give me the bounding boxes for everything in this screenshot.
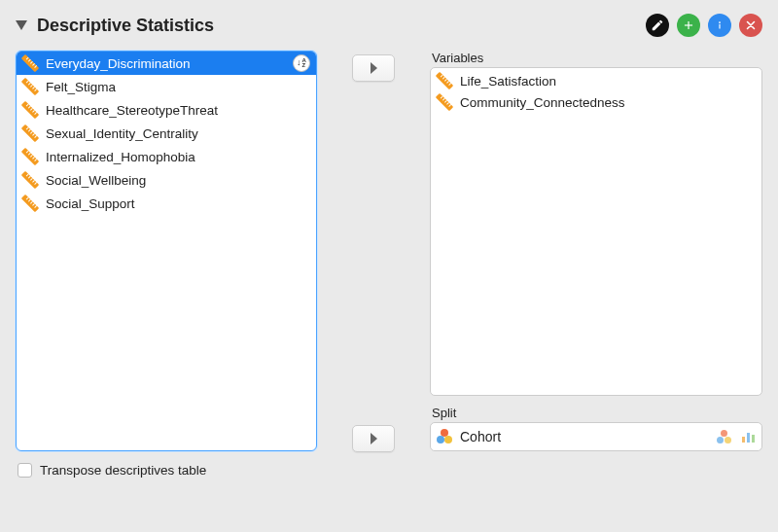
- plus-icon: [682, 18, 695, 32]
- variable-name: Healthcare_StereotypeThreat: [46, 103, 218, 118]
- move-to-variables-button[interactable]: [352, 54, 395, 82]
- split-section-label: Split: [432, 406, 762, 420]
- move-to-split-button[interactable]: [352, 425, 395, 452]
- source-variable-item[interactable]: Everyday_Discrimination↓AZ: [17, 52, 316, 75]
- scale-icon: [434, 91, 456, 114]
- source-variable-item[interactable]: Sexual_Identity_Centrality: [17, 122, 316, 145]
- add-button[interactable]: [677, 14, 700, 37]
- transpose-checkbox-label: Transpose descriptives table: [40, 463, 206, 478]
- source-variable-item[interactable]: Social_Wellbeing: [17, 168, 316, 192]
- source-variable-item[interactable]: Healthcare_StereotypeThreat: [17, 98, 316, 122]
- variable-name: Community_Connectedness: [460, 95, 625, 110]
- split-type-icons: [717, 430, 756, 443]
- variable-name: Everyday_Discrimination: [46, 56, 191, 71]
- scale-icon: [19, 146, 42, 168]
- assigned-variable-item[interactable]: Life_Satisfaction: [431, 70, 761, 91]
- pencil-icon: [651, 18, 664, 32]
- info-button[interactable]: [708, 14, 731, 37]
- svg-point-0: [719, 21, 721, 23]
- source-variable-item[interactable]: Social_Support: [17, 192, 316, 215]
- ordinal-icon: [742, 431, 756, 443]
- transpose-checkbox[interactable]: [18, 463, 32, 478]
- chevron-right-icon: [369, 62, 378, 74]
- options-footer: Transpose descriptives table: [18, 463, 762, 478]
- sort-az-icon[interactable]: ↓AZ: [293, 54, 310, 72]
- split-box[interactable]: Cohort: [430, 422, 762, 451]
- assigned-variable-item[interactable]: Community_Connectedness: [431, 91, 761, 113]
- collapse-toggle-icon[interactable]: [16, 20, 27, 30]
- source-variable-item[interactable]: Internalized_Homophobia: [17, 145, 316, 168]
- variable-name: Internalized_Homophobia: [46, 150, 195, 164]
- scale-icon: [19, 123, 42, 145]
- scale-icon: [19, 169, 42, 192]
- variable-name: Felt_Stigma: [46, 80, 116, 94]
- variable-name: Social_Wellbeing: [46, 173, 146, 188]
- close-icon: [744, 18, 758, 32]
- header-actions: [646, 14, 762, 37]
- info-icon: [713, 18, 726, 32]
- transfer-buttons: [344, 51, 403, 451]
- panel-header: Descriptive Statistics: [16, 14, 762, 37]
- variables-section-label: Variables: [432, 51, 762, 65]
- scale-icon: [19, 99, 42, 122]
- panel-title: Descriptive Statistics: [37, 16, 214, 36]
- variables-list[interactable]: Life_SatisfactionCommunity_Connectedness: [430, 67, 762, 396]
- assigned-panels: Variables Life_SatisfactionCommunity_Con…: [430, 51, 762, 451]
- scale-icon: [19, 53, 42, 75]
- source-variable-item[interactable]: Felt_Stigma: [17, 75, 316, 98]
- scale-icon: [19, 193, 42, 215]
- nominal-icon: [717, 430, 730, 443]
- svg-rect-1: [719, 24, 720, 29]
- header-left: Descriptive Statistics: [16, 16, 214, 36]
- variable-name: Sexual_Identity_Centrality: [46, 126, 198, 141]
- nominal-icon: [437, 429, 452, 444]
- split-variable-name: Cohort: [460, 429, 501, 444]
- close-button[interactable]: [739, 14, 762, 37]
- variable-name: Life_Satisfaction: [460, 74, 556, 89]
- available-variables-list[interactable]: Everyday_Discrimination↓AZFelt_StigmaHea…: [16, 51, 317, 451]
- scale-icon: [434, 70, 456, 92]
- edit-button[interactable]: [646, 14, 669, 37]
- scale-icon: [19, 76, 42, 98]
- variable-name: Social_Support: [46, 196, 135, 211]
- chevron-right-icon: [369, 433, 378, 444]
